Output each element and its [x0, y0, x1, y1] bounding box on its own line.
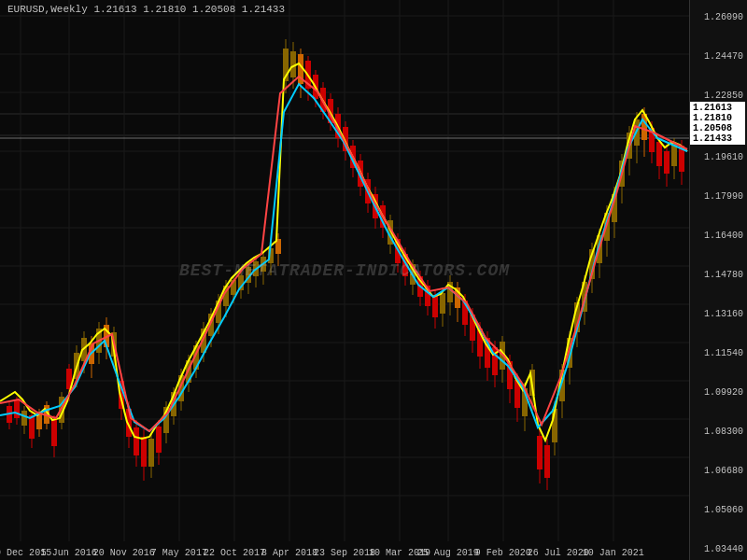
time-label-sep2018: 23 Sep 2018 [314, 548, 375, 558]
price-label-1.26090: 1.26090 [704, 12, 743, 22]
time-label-feb2020: 9 Feb 2020 [475, 548, 531, 558]
svg-rect-205 [664, 151, 669, 174]
price-label-1.08300: 1.08300 [704, 427, 743, 437]
svg-rect-63 [134, 427, 139, 455]
svg-rect-171 [537, 436, 543, 469]
chart-area: BEST-METATRADER-INDICATORS.COM [0, 0, 689, 541]
time-label-oct2017: 22 Oct 2017 [204, 548, 265, 558]
price-label-1.24470: 1.24470 [704, 51, 743, 62]
svg-rect-33 [21, 411, 27, 426]
price-label-1.16400: 1.16400 [704, 231, 743, 241]
price-label-1.14780: 1.14780 [704, 270, 743, 280]
price-label-1.13160: 1.13160 [704, 309, 743, 319]
svg-rect-31 [14, 399, 20, 418]
svg-rect-65 [141, 437, 147, 467]
price-label-1.05060: 1.05060 [704, 505, 743, 515]
price-label-1.11540: 1.11540 [704, 348, 743, 358]
time-label-aug2019: 25 Aug 2019 [417, 548, 479, 558]
price-label-1.09920: 1.09920 [704, 387, 743, 398]
chart-title: EURUSD,Weekly 1.21613 1.21810 1.20508 1.… [7, 4, 285, 15]
time-label-jun2016: 5 Jun 2016 [41, 548, 97, 558]
svg-rect-143 [432, 295, 438, 317]
svg-rect-69 [156, 427, 162, 453]
time-axis: 20 Dec 2015 5 Jun 2016 20 Nov 2016 7 May… [0, 541, 689, 560]
time-label-jul2020: 26 Jul 2020 [528, 548, 589, 558]
time-label-nov2016: 20 Nov 2016 [93, 548, 155, 558]
price-label-1.06680: 1.06680 [704, 466, 743, 476]
chart-container: EURUSD,Weekly 1.21613 1.21810 1.20508 1.… [0, 0, 747, 560]
price-label-1.22850: 1.22850 [704, 91, 743, 101]
price-label-1.19610: 1.19610 [704, 152, 743, 162]
time-label-jan2021: 10 Jan 2021 [583, 548, 644, 558]
svg-rect-145 [440, 293, 445, 314]
watermark: BEST-METATRADER-INDICATORS.COM [179, 261, 510, 280]
price-label-current: 1.21613 1.21810 1.20508 1.21433 [690, 102, 745, 145]
price-label-1.17990: 1.17990 [704, 191, 743, 202]
svg-rect-203 [656, 142, 662, 166]
price-axis: 1.26090 1.24470 1.22850 1.21613 1.21810 … [689, 0, 747, 560]
time-label-may2017: 7 May 2017 [151, 548, 207, 558]
svg-rect-41 [51, 420, 57, 446]
svg-rect-67 [148, 439, 154, 467]
svg-rect-173 [544, 445, 550, 478]
time-label-apr2018: 8 Apr 2018 [261, 548, 317, 558]
price-label-1.03440: 1.03440 [704, 544, 743, 554]
